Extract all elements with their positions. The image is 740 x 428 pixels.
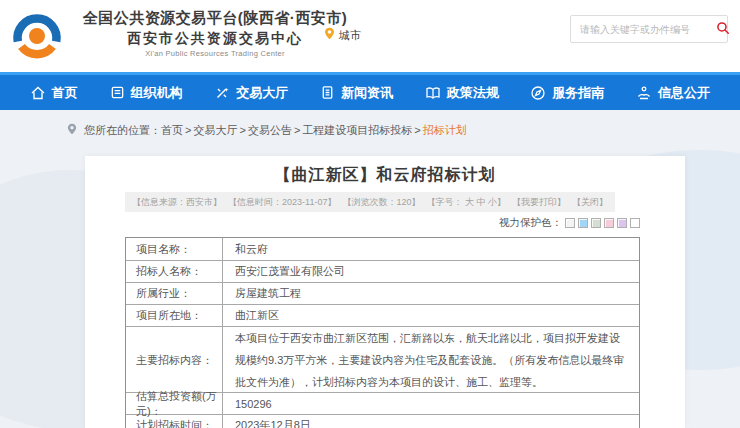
nav-item-news[interactable]: 新闻资讯 (320, 84, 393, 102)
city-label: 城市 (339, 28, 361, 43)
bid-info-table: 项目名称： 和云府 招标人名称： 西安汇茂置业有限公司 所属行业： 房屋建筑工程… (125, 237, 640, 428)
org-icon (110, 85, 125, 100)
search-button[interactable] (716, 16, 730, 42)
table-row-tenderer: 招标人名称： 西安汇茂置业有限公司 (126, 260, 639, 282)
site-title-block: 全国公共资源交易平台(陕西省·西安市) 西安市公共资源交易中心 Xi'an Pu… (70, 9, 360, 58)
nav-item-home[interactable]: 首页 (30, 84, 78, 102)
search-box (570, 15, 728, 43)
row-value: 曲江新区 (223, 305, 639, 326)
compass-icon (530, 85, 546, 101)
nav-item-trade-hall[interactable]: 交易大厅 (214, 84, 288, 102)
site-subtitle-en: Xi'an Public Resources Trading Center (70, 49, 360, 58)
meta-font-size[interactable]: 【字号： 大 中 小】 (426, 196, 506, 209)
row-label: 估算总投资额(万元)： (126, 393, 223, 414)
page-title: 【曲江新区】和云府招标计划 (85, 165, 685, 186)
breadcrumb-separator: > (185, 124, 191, 136)
meta-views: 【浏览次数：120】 (342, 196, 420, 209)
row-label: 项目所在地： (126, 305, 223, 326)
breadcrumb-prefix: 您所在的位置： (84, 123, 161, 138)
city-selector[interactable]: 城市 (323, 26, 361, 45)
home-icon (30, 85, 46, 101)
site-header: 全国公共资源交易平台(陕西省·西安市) 西安市公共资源交易中心 Xi'an Pu… (0, 0, 740, 72)
table-row-project-name: 项目名称： 和云府 (126, 238, 639, 260)
news-icon (320, 85, 335, 100)
breadcrumb-current[interactable]: 招标计划 (423, 123, 467, 138)
row-label: 所属行业： (126, 283, 223, 304)
table-row-location: 项目所在地： 曲江新区 (126, 304, 639, 326)
nav-label: 服务指南 (552, 84, 604, 102)
row-label: 项目名称： (126, 238, 223, 260)
nav-label: 新闻资讯 (341, 84, 393, 102)
table-row-industry: 所属行业： 房屋建筑工程 (126, 282, 639, 304)
nav-label: 信息公开 (658, 84, 710, 102)
breadcrumb: 您所在的位置： 首页 > 交易大厅 > 交易公告 > 工程建设项目招标投标 > … (66, 122, 467, 138)
row-label: 计划招标时间： (126, 415, 223, 428)
nav-label: 首页 (52, 84, 78, 102)
vision-color-swatch-5[interactable] (617, 218, 627, 228)
vision-protect-label: 视力保护色： (499, 216, 562, 230)
site-subtitle: 西安市公共资源交易中心 (70, 30, 360, 48)
hand-icon (636, 85, 652, 101)
nav-label: 组织机构 (131, 84, 183, 102)
meta-print-button[interactable]: 【我要打印】 (512, 196, 566, 209)
nav-item-service-guide[interactable]: 服务指南 (530, 84, 604, 102)
article-panel: 【曲江新区】和云府招标计划 【信息来源：西安市】 【信息时间：2023-11-0… (85, 156, 685, 428)
breadcrumb-pin-icon (66, 122, 78, 138)
meta-close-button[interactable]: 【关闭】 (572, 196, 608, 209)
vision-color-swatch-6[interactable] (630, 218, 640, 228)
breadcrumb-trade-hall[interactable]: 交易大厅 (193, 123, 237, 138)
vision-color-swatch-2[interactable] (578, 218, 588, 228)
row-label: 主要招标内容： (126, 327, 223, 392)
main-nav: 首页 组织机构 交易大厅 新闻资讯 政策法规 服务指南 信息公开 (0, 72, 740, 110)
site-title: 全国公共资源交易平台(陕西省·西安市) (70, 9, 360, 28)
location-pin-icon (323, 26, 336, 45)
nav-item-info-disclosure[interactable]: 信息公开 (636, 84, 710, 102)
row-value: 本项目位于西安市曲江新区范围，汇新路以东，航天北路以北，项目拟开发建设规模约9.… (223, 327, 639, 392)
breadcrumb-construction-bidding[interactable]: 工程建设项目招标投标 (302, 123, 412, 138)
table-row-planned-date: 计划招标时间： 2023年12月8日 (126, 414, 639, 428)
row-label: 招标人名称： (126, 261, 223, 282)
policy-book-icon (425, 85, 441, 101)
site-logo-icon (10, 8, 64, 62)
vision-color-swatch-4[interactable] (604, 218, 614, 228)
trade-hall-icon (214, 85, 230, 101)
row-value: 房屋建筑工程 (223, 283, 639, 304)
breadcrumb-trade-notice[interactable]: 交易公告 (248, 123, 292, 138)
vision-color-swatch-3[interactable] (591, 218, 601, 228)
breadcrumb-separator: > (239, 124, 245, 136)
breadcrumb-home[interactable]: 首页 (161, 123, 183, 138)
row-value: 西安汇茂置业有限公司 (223, 261, 639, 282)
breadcrumb-separator: > (294, 124, 300, 136)
meta-source: 【信息来源：西安市】 (132, 196, 222, 209)
page: 全国公共资源交易平台(陕西省·西安市) 西安市公共资源交易中心 Xi'an Pu… (0, 0, 740, 428)
search-input[interactable] (571, 24, 716, 35)
row-value: 150296 (223, 393, 639, 414)
breadcrumb-separator: > (414, 124, 420, 136)
table-row-investment: 估算总投资额(万元)： 150296 (126, 392, 639, 414)
nav-item-organization[interactable]: 组织机构 (110, 84, 183, 102)
article-meta-bar: 【信息来源：西安市】 【信息时间：2023-11-07】 【浏览次数：120】 … (125, 192, 615, 212)
vision-color-swatch-1[interactable] (565, 218, 575, 228)
row-value: 和云府 (223, 238, 639, 260)
search-icon (716, 21, 730, 38)
row-value: 2023年12月8日 (223, 415, 639, 428)
nav-label: 政策法规 (447, 84, 499, 102)
meta-date: 【信息时间：2023-11-07】 (228, 196, 336, 209)
nav-item-policy[interactable]: 政策法规 (425, 84, 499, 102)
table-row-main-content: 主要招标内容： 本项目位于西安市曲江新区范围，汇新路以东，航天北路以北，项目拟开… (126, 326, 639, 392)
nav-label: 交易大厅 (236, 84, 288, 102)
vision-protect-row: 视力保护色： (499, 216, 640, 230)
